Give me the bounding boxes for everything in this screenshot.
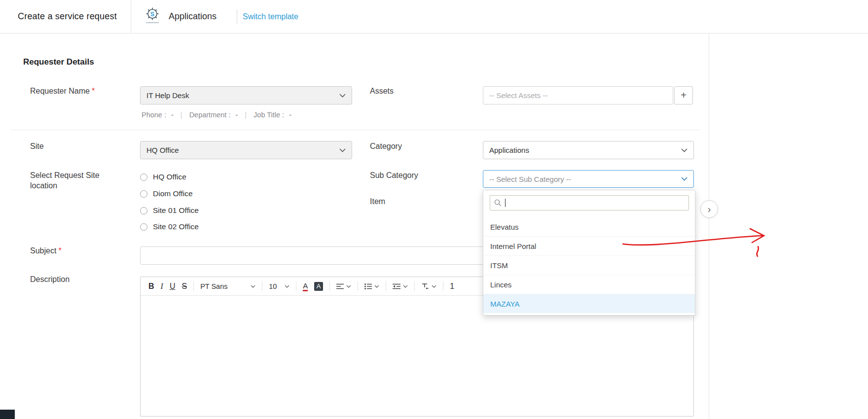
department-value: - bbox=[235, 111, 238, 119]
radio-circle-icon bbox=[140, 190, 147, 198]
switch-template-link[interactable]: Switch template bbox=[243, 0, 298, 33]
search-icon bbox=[494, 199, 502, 207]
dropdown-option[interactable]: Internel Portal bbox=[483, 237, 695, 256]
italic-button[interactable]: I bbox=[161, 282, 163, 291]
font-size-select[interactable]: 10 bbox=[269, 282, 289, 290]
category-value: Applications bbox=[489, 146, 529, 154]
dropdown-search-input[interactable] bbox=[490, 195, 689, 210]
radio-option-site-01-office[interactable]: Site 01 Office bbox=[140, 205, 199, 216]
bullet-list-icon bbox=[364, 283, 372, 289]
requester-name-value: IT Help Desk bbox=[146, 91, 189, 100]
text-direction-button[interactable] bbox=[421, 283, 436, 289]
outdent-icon bbox=[393, 283, 400, 289]
radio-option-site-02-office[interactable]: Site 02 Office bbox=[140, 221, 199, 232]
meta-separator: | bbox=[245, 111, 247, 119]
font-size-value: 10 bbox=[269, 282, 277, 290]
job-title-value: - bbox=[289, 111, 291, 119]
sub-category-select[interactable]: -- Select Sub Category -- bbox=[483, 170, 694, 188]
phone-label: Phone : bbox=[142, 111, 166, 119]
line-spacing-button[interactable]: 1 bbox=[450, 282, 454, 291]
requester-name-label: Requester Name* bbox=[30, 87, 95, 96]
toolbar-separator bbox=[386, 281, 386, 291]
site-location-label: Select Request Site location bbox=[30, 170, 100, 191]
dropdown-option[interactable]: ITSM bbox=[483, 256, 695, 275]
text-color-button[interactable]: A bbox=[303, 281, 308, 291]
section-title: Requester Details bbox=[23, 57, 94, 67]
chevron-down-icon bbox=[346, 285, 351, 288]
chevron-down-icon bbox=[374, 285, 379, 288]
department-label: Department : bbox=[189, 111, 231, 119]
chevron-down-icon bbox=[339, 148, 346, 152]
site-location-label-line1: Select Request Site bbox=[30, 171, 100, 179]
chevron-down-icon bbox=[403, 285, 408, 288]
subject-label: Subject* bbox=[30, 246, 62, 255]
radio-label: Site 01 Office bbox=[153, 206, 199, 215]
category-label: Category bbox=[370, 142, 402, 151]
toolbar-separator bbox=[296, 281, 296, 291]
description-label: Description bbox=[30, 275, 70, 284]
chevron-down-icon bbox=[681, 177, 687, 181]
radio-circle-icon bbox=[140, 207, 147, 214]
sub-category-label: Sub Category bbox=[370, 171, 418, 180]
underline-button[interactable]: U bbox=[170, 282, 176, 291]
sub-category-dropdown: Elevatus Internel Portal ITSM Linces MAZ… bbox=[483, 190, 695, 315]
template-logo-icon: S bbox=[144, 6, 161, 26]
dropdown-option-highlighted[interactable]: MAZAYA bbox=[483, 294, 695, 313]
dropdown-option[interactable]: Elevatus bbox=[483, 217, 695, 237]
assets-label: Assets bbox=[370, 87, 394, 96]
toolbar-separator bbox=[414, 281, 415, 291]
radio-option-diom-office[interactable]: Diom Office bbox=[140, 188, 193, 199]
strikethrough-button[interactable]: S bbox=[181, 282, 187, 291]
highlight-color-button[interactable]: A bbox=[314, 282, 323, 291]
svg-text:S: S bbox=[150, 11, 154, 18]
add-asset-button[interactable]: + bbox=[674, 86, 693, 105]
text-direction-icon bbox=[421, 283, 429, 289]
radio-label: Site 02 Office bbox=[153, 222, 199, 231]
radio-label: Diom Office bbox=[153, 189, 193, 198]
sub-category-value: -- Select Sub Category -- bbox=[489, 175, 571, 183]
requester-name-label-text: Requester Name bbox=[30, 87, 90, 95]
requester-name-select[interactable]: IT Help Desk bbox=[140, 86, 352, 105]
create-service-request-page: Create a service request S Application bbox=[0, 0, 868, 419]
page-title: Create a service request bbox=[0, 0, 131, 33]
toolbar-separator bbox=[193, 281, 194, 291]
template-name: Applications bbox=[169, 0, 217, 33]
assets-input[interactable] bbox=[483, 86, 673, 105]
radio-label: HQ Office bbox=[153, 173, 186, 181]
chevron-down-icon bbox=[339, 94, 346, 98]
site-value: HQ Office bbox=[146, 146, 179, 154]
font-family-value: PT Sans bbox=[200, 282, 227, 290]
radio-circle-icon bbox=[140, 174, 147, 181]
toolbar-separator bbox=[443, 281, 443, 291]
chevron-down-icon bbox=[681, 148, 687, 152]
category-select[interactable]: Applications bbox=[483, 141, 694, 159]
font-family-select[interactable]: PT Sans bbox=[200, 282, 255, 290]
section-divider bbox=[11, 130, 699, 130]
requester-meta: Phone : - | Department : - | Job Title :… bbox=[142, 111, 291, 119]
subject-label-text: Subject bbox=[30, 246, 56, 255]
dropdown-options-list: Elevatus Internel Portal ITSM Linces MAZ… bbox=[483, 217, 695, 313]
site-select[interactable]: HQ Office bbox=[140, 141, 352, 159]
radio-circle-icon bbox=[140, 223, 147, 231]
align-button[interactable] bbox=[336, 283, 351, 289]
chevron-down-icon bbox=[251, 285, 255, 288]
meta-separator: | bbox=[181, 111, 182, 119]
header: Create a service request S Application bbox=[0, 0, 868, 34]
indent-button[interactable] bbox=[393, 283, 408, 289]
chevron-down-icon bbox=[432, 285, 436, 288]
dropdown-option[interactable]: Linces bbox=[483, 275, 695, 294]
bold-button[interactable]: B bbox=[148, 282, 154, 291]
radio-option-hq-office[interactable]: HQ Office bbox=[140, 172, 186, 182]
site-location-label-line2: location bbox=[30, 181, 57, 190]
chevron-down-icon bbox=[285, 285, 289, 288]
item-label: Item bbox=[370, 197, 385, 206]
required-asterisk: * bbox=[58, 246, 61, 255]
align-left-icon bbox=[336, 283, 344, 289]
expand-panel-button[interactable]: › bbox=[700, 200, 718, 218]
job-title-label: Job Title : bbox=[253, 111, 284, 119]
list-button[interactable] bbox=[364, 283, 379, 289]
site-label: Site bbox=[30, 142, 44, 151]
toolbar-separator bbox=[262, 281, 262, 291]
toolbar-separator bbox=[358, 281, 358, 291]
header-divider bbox=[237, 9, 237, 24]
